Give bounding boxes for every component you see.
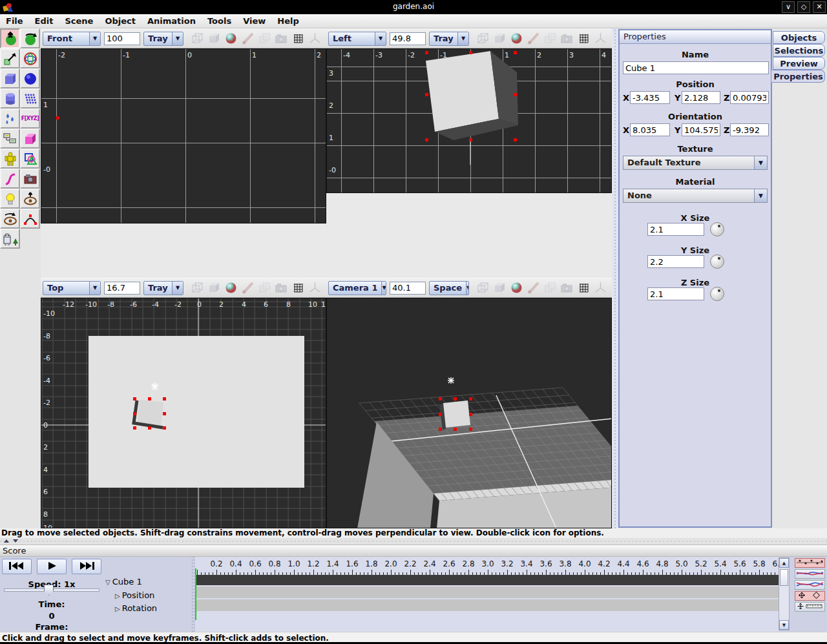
rendered-mode-icon[interactable] (510, 32, 523, 45)
tab-preview[interactable]: Preview (773, 57, 825, 70)
texture-dropdown[interactable]: Default Texture ▼ (623, 156, 768, 170)
create-sphere-tool[interactable] (20, 68, 40, 88)
tab-selections[interactable]: Selections (773, 44, 825, 57)
create-arc-tool[interactable] (20, 209, 40, 229)
edit-mode-scale-button[interactable] (795, 602, 825, 612)
menu-help[interactable]: Help (271, 16, 304, 26)
rotate-view-tool[interactable] (0, 209, 20, 229)
left-zoom-field[interactable] (390, 32, 426, 45)
create-curve-tool[interactable] (0, 169, 20, 189)
orientation-z-field[interactable] (730, 123, 769, 136)
camera-view-icon[interactable] (275, 282, 288, 295)
rendered-mode-icon[interactable] (224, 32, 237, 45)
skip-to-end-button[interactable] (72, 559, 101, 574)
orientation-y-field[interactable] (682, 123, 720, 136)
transparent-mode-icon[interactable] (543, 282, 556, 295)
top-view-select[interactable]: Top▼ (43, 281, 101, 295)
create-script-object-tool[interactable] (0, 129, 20, 149)
toggle-grid-icon[interactable] (577, 282, 590, 295)
x-size-field[interactable] (647, 223, 704, 236)
x-size-dial[interactable] (710, 222, 724, 236)
track-cube-1[interactable]: ▽Cube 1 (105, 577, 142, 587)
track-rotation[interactable]: ▷Rotation (115, 603, 157, 613)
smooth-shaded-mode-icon[interactable] (207, 282, 220, 295)
name-field[interactable] (623, 61, 769, 74)
create-polygon-tool[interactable] (20, 149, 40, 169)
menu-scene[interactable]: Scene (59, 16, 99, 26)
create-solid-tool[interactable] (20, 129, 40, 149)
camera-view-icon[interactable] (560, 32, 573, 45)
material-dropdown[interactable]: None ▼ (623, 189, 768, 203)
time-cursor[interactable] (195, 568, 196, 620)
pan-view-tool[interactable] (20, 189, 40, 209)
transparent-mode-icon[interactable] (543, 32, 556, 45)
left-mode-select[interactable]: Tray▼ (429, 32, 469, 46)
score-splitter[interactable] (0, 538, 827, 545)
smooth-shaded-mode-icon[interactable] (493, 282, 506, 295)
position-x-field[interactable] (630, 91, 670, 104)
create-cube-tool[interactable] (0, 68, 20, 88)
create-robot-tool[interactable] (0, 229, 20, 249)
track-mode-curves-alt-button[interactable] (795, 580, 825, 590)
expand-arrow-icon[interactable]: ▷ (115, 592, 120, 599)
smooth-shaded-mode-icon[interactable] (493, 32, 506, 45)
close-button[interactable]: ✕ (813, 1, 826, 13)
create-parametric-tool[interactable]: F[XYZ] (20, 109, 40, 129)
textured-mode-icon[interactable] (241, 282, 254, 295)
collapse-up-icon[interactable] (4, 539, 9, 543)
create-cylinder-tool[interactable] (0, 88, 20, 109)
front-view-select[interactable]: Front▼ (43, 32, 101, 46)
track-mode-keyframes-button[interactable] (795, 558, 825, 568)
top-zoom-field[interactable] (104, 282, 140, 295)
create-light-tool[interactable] (0, 189, 20, 209)
position-z-field[interactable] (730, 91, 769, 104)
create-metaballs-tool[interactable] (0, 109, 20, 129)
rendered-mode-icon[interactable] (224, 282, 237, 295)
position-y-field[interactable] (682, 91, 720, 104)
create-figure-tool[interactable] (0, 149, 20, 169)
create-camera-tool[interactable] (20, 169, 40, 189)
menu-animation[interactable]: Animation (141, 16, 202, 26)
camera-view-canvas[interactable] (326, 298, 612, 528)
menu-view[interactable]: View (237, 16, 271, 26)
panel-splitter[interactable] (612, 28, 618, 528)
top-mode-select[interactable]: Tray▼ (143, 281, 183, 295)
textured-mode-icon[interactable] (527, 32, 539, 45)
y-size-dial[interactable] (710, 254, 724, 269)
orientation-x-field[interactable] (630, 123, 670, 136)
z-size-field[interactable] (647, 287, 704, 300)
collapse-down-icon[interactable] (13, 539, 18, 543)
front-mode-select[interactable]: Tray▼ (143, 32, 183, 46)
camera-mode-select[interactable]: Space▼ (429, 281, 469, 295)
menu-tools[interactable]: Tools (202, 16, 237, 26)
z-size-dial[interactable] (710, 287, 724, 301)
front-zoom-field[interactable] (104, 32, 140, 45)
track-row-position[interactable] (195, 587, 779, 598)
wireframe-mode-icon[interactable] (191, 32, 204, 45)
edit-mode-select-button[interactable] (795, 591, 825, 601)
top-view-canvas[interactable]: -12-10-8-6-4-2024681012-10-8-6-4-2024681… (41, 298, 326, 528)
collapse-arrow-icon[interactable]: ▽ (105, 579, 110, 586)
menu-object[interactable]: Object (99, 16, 141, 26)
move-object-tool[interactable] (0, 28, 20, 48)
toggle-grid-icon[interactable] (291, 32, 304, 45)
toggle-grid-icon[interactable] (577, 32, 590, 45)
show-axes-icon[interactable] (594, 282, 607, 295)
tab-properties[interactable]: Properties (771, 70, 825, 83)
menu-edit[interactable]: Edit (29, 16, 59, 26)
show-axes-icon[interactable] (308, 282, 321, 295)
textured-mode-icon[interactable] (527, 282, 539, 295)
track-row-rotation[interactable] (195, 599, 779, 611)
maximize-button[interactable]: ◇ (797, 1, 810, 13)
expand-arrow-icon[interactable]: ▷ (115, 605, 120, 612)
smooth-shaded-mode-icon[interactable] (207, 32, 220, 45)
front-view-canvas[interactable]: -2-10121-0 (41, 48, 326, 223)
wireframe-mode-icon[interactable] (476, 282, 489, 295)
y-size-field[interactable] (647, 255, 704, 268)
timeline[interactable]: 0.20.40.60.81.01.21.41.61.82.02.22.42.62… (195, 557, 779, 632)
textured-mode-icon[interactable] (241, 32, 254, 45)
menu-file[interactable]: File (0, 16, 29, 26)
scroll-up-icon[interactable]: ▲ (779, 558, 789, 568)
camera-view-icon[interactable] (275, 32, 288, 45)
left-view-select[interactable]: Left▼ (328, 32, 386, 46)
